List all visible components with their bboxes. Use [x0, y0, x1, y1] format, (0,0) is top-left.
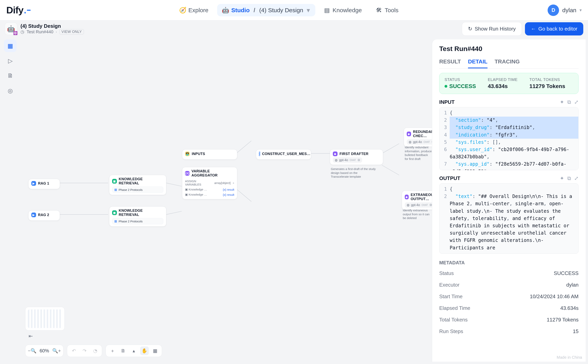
rail-doc[interactable]: 🗎	[4, 69, 17, 82]
edge	[166, 183, 182, 187]
edge	[166, 211, 182, 215]
node-title: KNOWLEDGE RETRIEVAL	[119, 177, 163, 185]
node-rag-2[interactable]: ▶RAG 2	[28, 210, 60, 221]
chevron-down-icon[interactable]: ▾	[307, 7, 310, 13]
context-icon: ▣	[112, 179, 117, 184]
node-redundancy-check[interactable]: ◆REDUNDANCY CHEC… ◍gpt-4oCHAT⚙	[404, 128, 432, 147]
code-icon: { }	[259, 151, 260, 156]
settings-icon[interactable]: ⚙	[429, 203, 432, 207]
canvas[interactable]: ▶RAG 1 ▶RAG 2 ▣KNOWLEDGE RETRIEVAL ▦Phas…	[20, 37, 432, 364]
layout-button[interactable]: ▦	[151, 346, 159, 355]
collapse-sidebar-button[interactable]: ⇤	[26, 332, 35, 340]
llm-icon: ◆	[405, 195, 409, 199]
expand-icon[interactable]: ⤢	[574, 99, 579, 105]
metadata-label: Executor	[439, 282, 459, 288]
hand-button[interactable]: ✋	[140, 346, 149, 355]
settings-icon[interactable]: ⚙	[431, 140, 432, 144]
metadata-title: METADATA	[439, 260, 579, 266]
tokens-value: 11279 Tokens	[529, 83, 565, 89]
redo-button[interactable]: ↷	[80, 346, 89, 355]
zoom-controls: −🔍 60% 🔍+	[25, 345, 64, 357]
tab-tracing[interactable]: TRACING	[495, 56, 520, 68]
run-detail-panel: Test Run#440 RESULT DETAIL TRACING STATU…	[432, 39, 586, 362]
node-variable-aggregator[interactable]: {x}VARIABLE AGGREGATOR ASSIGN VARIABLESa…	[182, 167, 237, 199]
metadata-row: StatusSUCCESS	[439, 267, 579, 279]
node-knowledge-retrieval-2[interactable]: ▣KNOWLEDGE RETRIEVAL ▦Phase 2 Protocols	[109, 206, 166, 227]
chevron-down-icon[interactable]: ▾	[580, 8, 582, 13]
rail-target[interactable]: ◎	[4, 84, 17, 97]
footer-watermark: Made in China	[432, 354, 586, 362]
nav-tools[interactable]: 🛠 Tools	[371, 4, 404, 16]
zoom-out-button[interactable]: −🔍	[28, 346, 36, 355]
username[interactable]: dylan	[562, 7, 576, 13]
elapsed-label: ELAPSED TIME	[488, 78, 517, 82]
node-subtitle: Phase 2 Protocols	[119, 220, 143, 223]
node-title: CONSTRUCT_USER_MES…	[262, 152, 311, 156]
expand-icon[interactable]: ⤢	[574, 175, 579, 182]
nav-knowledge[interactable]: ▤ Knowledge	[318, 4, 367, 16]
avatar[interactable]: D	[548, 5, 559, 16]
metadata-value: 43.634s	[560, 305, 579, 311]
nav-studio[interactable]: 🤖 Studio / (4) Study Design ▾	[217, 4, 315, 16]
settings-icon[interactable]: ⚙	[358, 158, 360, 162]
metadata-row: Start Time10/24/2024 10:46 AM	[439, 291, 579, 302]
panel-title: Test Run#440	[439, 45, 579, 52]
top-nav: Dify. 🧭 Explore 🤖 Studio / (4) Study Des…	[0, 0, 588, 20]
node-rag-1[interactable]: ▶RAG 1	[28, 179, 60, 189]
openai-icon: ◍	[335, 158, 338, 162]
node-title: EXTRANEOUS OUTPUT…	[411, 193, 432, 201]
undo-button[interactable]: ↶	[70, 346, 78, 355]
history-list-button[interactable]: ◔	[91, 346, 99, 355]
nav-explore[interactable]: 🧭 Explore	[174, 4, 214, 16]
app-thumbnail: 🤖 ⚛️	[5, 22, 17, 35]
rail-play[interactable]: ▷	[4, 54, 17, 67]
clock-icon: ◷	[20, 29, 24, 34]
node-inputs[interactable]: 🧑‍💻INPUTS	[182, 149, 237, 160]
node-title: FIRST DRAFTER	[340, 152, 368, 156]
assign-variables-type: array[object]	[214, 181, 231, 185]
input-code-block[interactable]: 1{2 "section": "4",3 "study_drug": "Erda…	[439, 107, 579, 170]
copy-icon[interactable]: ⧉	[567, 175, 571, 182]
node-desc-redundancy: Identify redundant information, produce …	[405, 145, 432, 161]
context-icon: ▣	[112, 210, 117, 215]
pointer-button[interactable]: ▴	[130, 346, 138, 355]
node-desc-first-drafter: Generates a first-draft of the study des…	[331, 167, 376, 179]
metadata-value: dylan	[566, 282, 579, 288]
rail-workflow[interactable]: ▦	[4, 39, 17, 52]
minimap[interactable]	[25, 307, 65, 331]
copy-icon[interactable]: ⧉	[567, 99, 571, 105]
code-line: 2 "section": "4",	[439, 117, 578, 124]
view-only-badge: VIEW ONLY	[59, 29, 84, 34]
node-construct-user-message[interactable]: { }CONSTRUCT_USER_MES…	[256, 149, 311, 160]
zoom-in-button[interactable]: 🔍+	[52, 346, 61, 355]
node-first-drafter[interactable]: ◆FIRST DRAFTER ◍gpt-4oCHAT⚙	[330, 149, 383, 165]
metadata-row: Total Tokens11279 Tokens	[439, 314, 579, 325]
var-row-value: {x} result	[223, 188, 234, 191]
node-extraneous-output[interactable]: ◆EXTRANEOUS OUTPUT… ◍gpt-4oCHAT⚙	[402, 191, 432, 210]
show-run-history-button[interactable]: ↻ Show Run History	[462, 22, 522, 36]
output-section-title: OUTPUT	[439, 175, 460, 182]
ai-sparkle-icon[interactable]: ✦	[560, 175, 564, 182]
code-line: 6 "sys.user_id": "cb20f006-9fb4-49b7-a79…	[439, 146, 578, 161]
tab-detail[interactable]: DETAIL	[468, 56, 488, 68]
history-controls: ↶ ↷ ◔	[67, 345, 102, 357]
model-chip: gpt-4o	[411, 203, 420, 207]
metadata-row: Executordylan	[439, 279, 579, 291]
node-subtitle: Phase 2 Protocols	[119, 188, 143, 191]
openai-icon: ◍	[409, 140, 412, 144]
ai-sparkle-icon[interactable]: ✦	[560, 99, 564, 105]
code-line: 5 "sys.files": [],	[439, 139, 578, 146]
left-rail: ▦ ▷ 🗎 ◎	[0, 37, 20, 364]
note-button[interactable]: 🗎	[119, 346, 127, 355]
panel-tabs: RESULT DETAIL TRACING	[439, 56, 579, 69]
openai-icon: ◍	[407, 203, 410, 207]
plus-icon[interactable]: +	[233, 181, 234, 185]
node-knowledge-retrieval-1[interactable]: ▣KNOWLEDGE RETRIEVAL ▦Phase 2 Protocols	[109, 175, 166, 195]
play-icon: ▶	[31, 181, 36, 186]
output-code-block[interactable]: 1{2 "text": "## Overall Design\n\n- This…	[439, 183, 579, 254]
add-node-button[interactable]: ＋	[108, 346, 117, 355]
tab-result[interactable]: RESULT	[439, 56, 461, 68]
breadcrumb-separator: /	[254, 7, 255, 13]
go-back-button[interactable]: ← Go back to editor	[525, 22, 583, 35]
robot-icon: 🤖	[223, 7, 229, 13]
